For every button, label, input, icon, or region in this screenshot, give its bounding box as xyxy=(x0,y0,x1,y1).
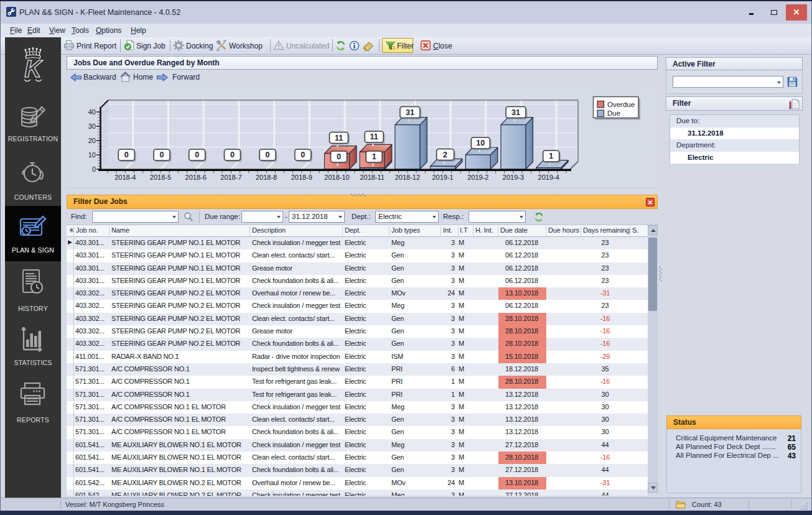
svg-text:Overdue: Overdue xyxy=(607,101,635,108)
svg-text:2018-12: 2018-12 xyxy=(395,174,420,181)
svg-text:2018-7: 2018-7 xyxy=(220,174,241,181)
svg-text:20: 20 xyxy=(88,137,96,144)
svg-text:2019-1: 2019-1 xyxy=(432,174,453,181)
svg-text:2018-8: 2018-8 xyxy=(256,174,277,181)
svg-text:2018-9: 2018-9 xyxy=(291,174,312,181)
svg-text:11: 11 xyxy=(335,134,343,142)
svg-text:0: 0 xyxy=(230,151,235,159)
svg-text:30: 30 xyxy=(88,123,96,130)
svg-text:0: 0 xyxy=(337,152,341,161)
svg-text:2018-6: 2018-6 xyxy=(185,174,207,181)
svg-text:K: K xyxy=(24,56,43,82)
svg-text:2018-4: 2018-4 xyxy=(114,174,136,181)
svg-text:40: 40 xyxy=(88,108,96,116)
svg-text:10: 10 xyxy=(476,139,485,147)
svg-text:2019-4: 2019-4 xyxy=(538,174,559,181)
svg-text:0: 0 xyxy=(160,151,164,159)
svg-text:10: 10 xyxy=(88,151,96,159)
svg-text:0: 0 xyxy=(124,151,129,159)
svg-text:1: 1 xyxy=(549,152,553,160)
svg-text:2: 2 xyxy=(443,151,447,159)
svg-text:0: 0 xyxy=(266,151,270,159)
svg-text:0: 0 xyxy=(195,151,199,159)
svg-text:1: 1 xyxy=(372,152,376,161)
svg-text:0: 0 xyxy=(301,151,305,159)
svg-text:31: 31 xyxy=(406,108,414,117)
svg-text:Due: Due xyxy=(607,109,620,117)
svg-text:31: 31 xyxy=(511,108,520,117)
svg-text:2019-3: 2019-3 xyxy=(503,174,524,181)
svg-text:0: 0 xyxy=(92,165,96,173)
svg-text:2018-5: 2018-5 xyxy=(150,174,171,181)
svg-text:2019-2: 2019-2 xyxy=(467,174,488,181)
svg-text:2018-11: 2018-11 xyxy=(360,174,385,181)
svg-text:11: 11 xyxy=(370,132,378,141)
svg-text:2018-10: 2018-10 xyxy=(324,174,349,181)
